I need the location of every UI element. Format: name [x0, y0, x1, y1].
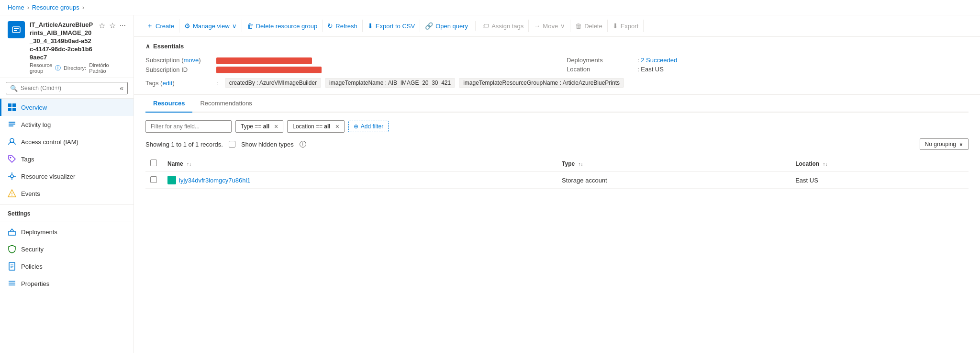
delete-resource-group-button[interactable]: 🗑 Delete resource group: [242, 20, 323, 32]
type-chip-close[interactable]: ×: [274, 123, 278, 130]
svg-rect-9: [9, 125, 13, 126]
essentials-header[interactable]: ∧ Essentials: [145, 43, 969, 50]
sidebar-item-label: Activity log: [21, 121, 51, 128]
deployments-label: Deployments: [567, 57, 634, 64]
move-icon: →: [534, 22, 540, 30]
sidebar-item-deployments[interactable]: Deployments: [0, 223, 134, 240]
breadcrumb-home[interactable]: Home: [8, 4, 24, 11]
type-chip-text: Type == all: [241, 123, 269, 130]
svg-point-12: [11, 175, 13, 178]
move-button[interactable]: → Move ∨: [529, 20, 570, 32]
security-icon: [8, 245, 16, 253]
filters-row: Type == all × Location == all × ⊕ Add fi…: [145, 120, 969, 133]
search-icon: 🔍: [10, 85, 18, 92]
subscription-label: Subscription (move): [145, 57, 212, 64]
location-label: Location: [567, 66, 634, 73]
sidebar-item-security[interactable]: Security: [0, 240, 134, 258]
more-options-icon[interactable]: ···: [120, 21, 126, 30]
delete-button[interactable]: 🗑 Delete: [570, 20, 608, 32]
table-header-name: Name ↑↓: [163, 156, 557, 172]
manage-view-button[interactable]: ⚙ Manage view ∨: [179, 20, 242, 32]
tab-recommendations[interactable]: Recommendations: [192, 95, 259, 113]
showing-row: Showing 1 to 1 of 1 records. Show hidden…: [145, 138, 969, 150]
essentials-left: Subscription (move) Subscription ID: [145, 56, 547, 74]
location-chip-close[interactable]: ×: [335, 123, 339, 130]
assign-tags-button[interactable]: 🏷 Assign tags: [478, 20, 529, 32]
table-row-type-cell: Storage account: [557, 172, 791, 189]
toolbar: ＋ Create ⚙ Manage view ∨ 🗑 Delete resour…: [134, 15, 980, 37]
deployments-link[interactable]: 2 Succeeded: [641, 57, 677, 64]
favorite-icon[interactable]: ☆: [109, 21, 116, 30]
tag-badge-1: imageTemplateName : AIB_IMAGE_20_30_421: [325, 78, 455, 88]
search-input-container[interactable]: 🔍 «: [6, 82, 128, 94]
resource-name: iyjy34dvfr3iomgcy7u86hl1: [179, 177, 251, 184]
essentials-chevron: ∧: [145, 43, 150, 50]
location-value: : East US: [637, 66, 664, 73]
sidebar-item-label: Security: [21, 246, 44, 253]
resources-table: Name ↑↓ Type ↑↓ Location ↑↓: [145, 156, 969, 189]
directory-label: Directory:: [64, 65, 86, 71]
create-button[interactable]: ＋ Create: [142, 19, 179, 33]
resource-name-link[interactable]: iyjy34dvfr3iomgcy7u86hl1: [167, 176, 552, 184]
access-control-icon: [8, 137, 16, 146]
pin-icon[interactable]: ☆: [99, 21, 105, 30]
export-icon: ⬇: [612, 22, 618, 30]
show-hidden-info-icon[interactable]: i: [300, 141, 306, 148]
resource-title: IT_ArticleAzureBluePrints_AIB_IMAGE_20_3…: [30, 21, 94, 61]
add-filter-button[interactable]: ⊕ Add filter: [348, 121, 389, 132]
open-query-icon: 🔗: [425, 22, 433, 30]
breadcrumb-sep2: ›: [82, 4, 84, 11]
settings-section-header: Settings: [0, 204, 134, 219]
location-chip-text: Location == all: [292, 123, 330, 130]
svg-point-10: [10, 138, 14, 142]
location-sort-icon[interactable]: ↑↓: [823, 161, 828, 167]
add-filter-icon: ⊕: [354, 123, 358, 130]
export-csv-button[interactable]: ⬇ Export to CSV: [363, 20, 420, 32]
open-query-button[interactable]: 🔗 Open query: [420, 20, 473, 32]
type-filter-chip[interactable]: Type == all ×: [235, 120, 283, 133]
sidebar-item-resource-visualizer[interactable]: Resource visualizer: [0, 168, 134, 185]
svg-rect-1: [14, 28, 19, 29]
no-grouping-chevron: ∨: [959, 141, 963, 148]
sidebar-item-label: Tags: [21, 156, 34, 163]
table-header-checkbox[interactable]: [150, 159, 157, 166]
sidebar-item-overview[interactable]: Overview: [0, 99, 134, 116]
sidebar-item-policies[interactable]: Policies: [0, 258, 134, 275]
tags-edit-link[interactable]: edit: [162, 80, 172, 87]
search-input[interactable]: [21, 85, 117, 91]
tag-badge-2: imageTemplateResourceGroupName : Article…: [459, 78, 624, 88]
sidebar-item-activity-log[interactable]: Activity log: [0, 116, 134, 133]
breadcrumb-resource-groups[interactable]: Resource groups: [32, 4, 79, 11]
table-body: iyjy34dvfr3iomgcy7u86hl1 Storage account…: [145, 172, 969, 189]
location-filter-chip[interactable]: Location == all ×: [287, 120, 345, 133]
sidebar-item-label: Properties: [21, 280, 49, 287]
move-chevron: ∨: [560, 23, 565, 30]
sidebar-item-properties[interactable]: Properties: [0, 275, 134, 292]
collapse-sidebar-button[interactable]: «: [120, 84, 123, 92]
info-icon[interactable]: ⓘ: [55, 64, 61, 72]
no-grouping-dropdown[interactable]: No grouping ∨: [920, 138, 969, 150]
tags-icon: [8, 155, 16, 163]
table-row-checkbox[interactable]: [150, 176, 157, 183]
manage-view-chevron: ∨: [232, 23, 237, 30]
export-csv-icon: ⬇: [368, 22, 373, 30]
sidebar-item-tags[interactable]: Tags: [0, 150, 134, 168]
export-button[interactable]: ⬇ Export: [608, 20, 644, 32]
refresh-button[interactable]: ↻ Refresh: [323, 20, 363, 32]
show-hidden-checkbox[interactable]: [229, 141, 235, 148]
subscription-move-link[interactable]: move: [183, 57, 199, 64]
filter-input[interactable]: [145, 120, 232, 133]
sidebar-item-access-control[interactable]: Access control (IAM): [0, 133, 134, 150]
search-box: 🔍 «: [0, 78, 134, 99]
name-sort-icon[interactable]: ↑↓: [187, 161, 191, 167]
storage-account-icon: [167, 176, 176, 184]
location-row: Location : East US: [567, 65, 969, 74]
table-header-location: Location ↑↓: [791, 156, 969, 172]
sidebar-item-label: Deployments: [21, 228, 57, 236]
manage-view-icon: ⚙: [184, 22, 190, 30]
nav-menu: Overview Activity log Access control (IA…: [0, 99, 134, 353]
deployments-row: Deployments : 2 Succeeded: [567, 56, 969, 65]
type-sort-icon[interactable]: ↑↓: [579, 161, 583, 167]
sidebar-item-events[interactable]: Events: [0, 185, 134, 202]
tab-resources[interactable]: Resources: [145, 95, 192, 113]
